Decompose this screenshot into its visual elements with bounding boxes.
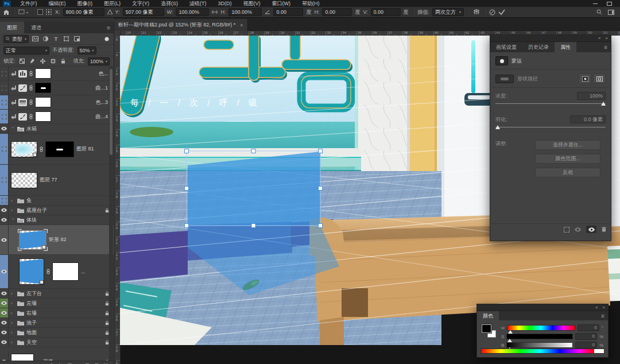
color-panel-menu-icon[interactable]: ≡ — [601, 311, 608, 320]
lock-pixels-icon[interactable] — [29, 58, 36, 65]
layer-row-曲...1[interactable]: 曲...1 — [0, 81, 114, 95]
density-slider[interactable] — [495, 101, 606, 107]
color-spectrum-ramp[interactable] — [480, 348, 604, 354]
visibility-toggle[interactable] — [0, 308, 9, 317]
expand-chevron[interactable]: › — [10, 218, 16, 222]
slider-value-B[interactable]: 0 — [575, 342, 597, 348]
menu-item-图像(I)[interactable]: 图像(I) — [72, 0, 99, 7]
layer-row-水箱[interactable]: ›水箱 — [0, 124, 114, 134]
visibility-toggle[interactable] — [0, 289, 9, 298]
layers-scrollbar[interactable] — [109, 67, 113, 361]
layer-row-矩形 82[interactable]: 矩形 82 — [0, 225, 114, 255]
expand-chevron[interactable]: › — [11, 311, 15, 316]
layer-mask-thumbnail[interactable] — [45, 141, 74, 157]
add-vector-mask-button[interactable] — [593, 73, 606, 84]
visibility-toggle[interactable] — [0, 134, 9, 164]
slider-value-H[interactable]: 0 — [578, 324, 599, 331]
properties-panel-menu-icon[interactable]: ≡ — [604, 42, 611, 52]
visibility-toggle[interactable] — [0, 124, 9, 133]
menu-item-编辑(E)[interactable]: 编辑(E) — [43, 0, 72, 7]
add-mask-icon[interactable]: ▣ — [68, 361, 72, 364]
expand-chevron[interactable]: › — [11, 291, 15, 296]
filter-smart-objects-icon[interactable] — [73, 36, 80, 42]
toggle-reference-point-checkbox[interactable] — [37, 9, 43, 15]
new-group-icon[interactable]: ▢ — [85, 361, 90, 364]
menu-item-3D(D)[interactable]: 3D(D) — [212, 0, 238, 7]
layer-row-图层 77[interactable]: 图层 77 — [0, 165, 114, 196]
close-document-icon[interactable]: × — [240, 22, 243, 28]
expand-chevron[interactable]: › — [11, 198, 15, 203]
filter-type-layers-icon[interactable]: T — [52, 36, 60, 42]
apply-mask-icon[interactable] — [575, 227, 581, 232]
new-adjustment-icon[interactable]: ◑ — [77, 361, 80, 364]
density-value[interactable]: 100% — [577, 92, 606, 100]
cancel-transform-icon[interactable] — [489, 9, 495, 16]
tab-brush-settings[interactable]: 画笔设置 — [490, 42, 522, 52]
visibility-toggle[interactable] — [0, 338, 9, 347]
layer-row-天空[interactable]: ›天空 — [0, 338, 114, 347]
shape-layer-thumbnail[interactable] — [19, 258, 44, 285]
visibility-toggle[interactable] — [0, 351, 9, 361]
opacity-dropdown[interactable]: 50%▾ — [78, 47, 96, 55]
visibility-toggle[interactable] — [0, 110, 9, 123]
new-layer-icon[interactable]: ⊞ — [95, 361, 99, 364]
visibility-toggle[interactable] — [0, 206, 9, 215]
layers-panel-menu-icon[interactable]: ≡ — [107, 22, 114, 33]
layer-row-...[interactable]: ... — [0, 255, 114, 289]
layer-row-底座台子[interactable]: ›底座台子 — [0, 206, 114, 215]
lock-position-icon[interactable] — [39, 58, 46, 65]
x-position-input[interactable] — [63, 8, 104, 16]
expand-chevron[interactable]: › — [11, 320, 15, 326]
foreground-color-swatch[interactable] — [482, 324, 491, 333]
visibility-toggle[interactable] — [0, 255, 9, 288]
layer-mask-thumbnail[interactable] — [35, 97, 51, 107]
minimize-icon[interactable] — [593, 3, 598, 4]
filter-adjustment-layers-icon[interactable] — [42, 36, 49, 42]
horizontal-skew-input[interactable] — [322, 8, 352, 16]
refine-button-选择并遮住...[interactable]: 选择并遮住... — [535, 140, 600, 150]
menu-item-选择(S)[interactable]: 选择(S) — [155, 0, 184, 7]
menu-item-窗口(W)[interactable]: 窗口(W) — [266, 0, 297, 7]
y-position-input[interactable] — [123, 8, 164, 16]
relative-positioning-icon[interactable] — [107, 10, 113, 14]
layer-row-体块[interactable]: ›体块 — [0, 215, 114, 225]
menu-item-视图(V)[interactable]: 视图(V) — [238, 0, 266, 7]
layer-row-左下台[interactable]: ›左下台 — [0, 289, 114, 299]
close-panel-icon[interactable]: × — [602, 305, 605, 310]
width-input[interactable] — [176, 8, 209, 16]
link-layers-icon[interactable]: ⚭ — [50, 361, 54, 364]
slider-track-S[interactable] — [506, 334, 573, 339]
tab-color[interactable]: 颜色 — [477, 311, 499, 320]
collapse-panel-icon[interactable]: « — [595, 305, 598, 310]
workspace-switcher-icon[interactable] — [608, 10, 614, 15]
vertical-skew-input[interactable] — [371, 8, 401, 16]
layer-effects-icon[interactable]: fx — [59, 361, 63, 364]
slider-track-B[interactable] — [506, 342, 573, 348]
layer-row-右墙[interactable]: ›右墙 — [0, 308, 114, 318]
visibility-toggle[interactable] — [0, 196, 9, 205]
layer-mask-thumbnail[interactable] — [35, 111, 51, 122]
layer-row-曲...4[interactable]: 曲...4 — [0, 110, 114, 124]
layer-thumbnail[interactable] — [11, 354, 34, 361]
maintain-aspect-ratio-icon[interactable] — [212, 10, 218, 14]
menu-item-图层(L)[interactable]: 图层(L) — [98, 0, 126, 7]
menu-item-滤镜(T)[interactable]: 滤镜(T) — [184, 0, 212, 7]
shape-layer-thumbnail[interactable] — [19, 230, 46, 250]
restore-icon[interactable] — [607, 2, 612, 6]
menu-item-文字(Y)[interactable]: 文字(Y) — [126, 0, 155, 7]
tab-history[interactable]: 历史记录 — [522, 42, 555, 52]
visibility-toggle[interactable] — [0, 318, 9, 327]
tab-channels[interactable]: 通道 — [24, 22, 48, 33]
interpolation-dropdown[interactable]: 两次立方▾ — [432, 8, 464, 16]
home-icon[interactable] — [3, 10, 9, 15]
disable-mask-icon[interactable] — [586, 226, 596, 233]
expand-chevron[interactable]: › — [11, 330, 15, 335]
layer-row-色...3[interactable]: 色...3 — [0, 95, 114, 110]
layer-row-池子[interactable]: ›池子 — [0, 318, 114, 328]
blend-mode-dropdown[interactable]: 正常▾ — [3, 47, 49, 55]
slider-track-H[interactable] — [507, 325, 575, 331]
search-icon[interactable] — [596, 9, 602, 15]
visibility-toggle[interactable] — [0, 81, 9, 95]
filter-toggle-icon[interactable] — [103, 36, 110, 42]
rotation-input[interactable] — [273, 8, 303, 16]
